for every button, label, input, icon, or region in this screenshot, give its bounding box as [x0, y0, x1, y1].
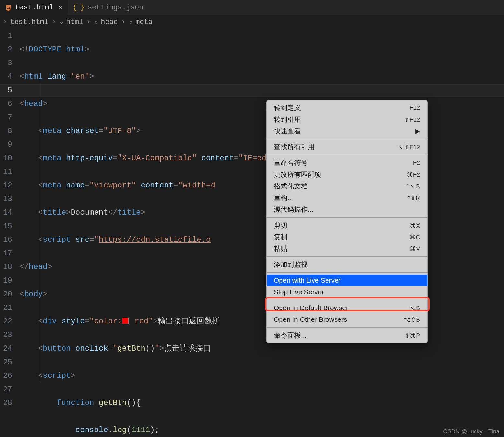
menu-item-copy[interactable]: 复制⌘C — [267, 231, 427, 243]
menu-item-open-other-browsers[interactable]: Open In Other Browsers⌥⇧B — [267, 314, 427, 325]
breadcrumb-item[interactable]: ⬨ html — [59, 18, 83, 26]
watermark: CSDN @Lucky—Tina — [443, 428, 499, 435]
menu-item-goto-definition[interactable]: 转到定义F12 — [267, 102, 427, 114]
menu-item-open-default-browser[interactable]: Open In Default Browser⌥B — [267, 302, 427, 314]
tab-bar: test.html ✕ { } settings.json — [0, 0, 504, 15]
tab-test-html[interactable]: test.html ✕ — [0, 0, 68, 15]
indent-guide — [40, 70, 40, 383]
tab-settings-json[interactable]: { } settings.json — [68, 0, 149, 15]
symbol-icon: ⬨ — [94, 18, 98, 26]
menu-item-add-watch[interactable]: 添加到监视 — [267, 259, 427, 270]
close-icon[interactable]: ✕ — [59, 4, 63, 12]
json-file-icon: { } — [73, 4, 85, 11]
menu-item-change-all[interactable]: 更改所有匹配项⌘F2 — [267, 169, 427, 180]
menu-item-goto-references[interactable]: 转到引用⇧F12 — [267, 114, 427, 125]
menu-item-cut[interactable]: 剪切⌘X — [267, 219, 427, 231]
symbol-icon: ⬨ — [59, 18, 63, 26]
breadcrumb: › test.html › ⬨ html › ⬨ head › ⬨ meta — [0, 15, 504, 29]
context-menu: 转到定义F12 转到引用⇧F12 快速查看▶ 查找所有引用⌥⇧F12 重命名符号… — [266, 100, 428, 343]
chevron-right-icon: › — [86, 18, 91, 26]
menu-item-source-action[interactable]: 源代码操作... — [267, 204, 427, 215]
menu-item-rename-symbol[interactable]: 重命名符号F2 — [267, 157, 427, 169]
tab-label: settings.json — [88, 4, 143, 12]
menu-item-paste[interactable]: 粘贴⌘V — [267, 243, 427, 254]
breadcrumb-item[interactable]: ⬨ meta — [129, 18, 153, 26]
chevron-right-icon: › — [3, 18, 7, 26]
menu-item-format-doc[interactable]: 格式化文档^⌥B — [267, 180, 427, 192]
editor[interactable]: 12345678910 11121314151617181920 2122232… — [0, 29, 504, 437]
line-number-gutter: 12345678910 11121314151617181920 2122232… — [0, 29, 18, 437]
menu-item-peek[interactable]: 快速查看▶ — [267, 125, 427, 137]
color-swatch — [122, 318, 129, 324]
menu-item-find-all-refs[interactable]: 查找所有引用⌥⇧F12 — [267, 141, 427, 153]
menu-item-command-palette[interactable]: 命令面板...⇧⌘P — [267, 330, 427, 341]
symbol-icon: ⬨ — [129, 18, 133, 26]
breadcrumb-item[interactable]: ⬨ head — [94, 18, 118, 26]
menu-item-refactor[interactable]: 重构...^⇧R — [267, 192, 427, 204]
chevron-right-icon: › — [52, 18, 56, 26]
menu-item-open-live-server[interactable]: Open with Live Server — [267, 275, 427, 286]
html-file-icon — [5, 5, 12, 11]
tab-label: test.html — [15, 4, 53, 12]
chevron-right-icon: › — [121, 18, 125, 26]
breadcrumb-item[interactable]: test.html — [10, 18, 49, 26]
menu-item-stop-live-server[interactable]: Stop Live Server — [267, 286, 427, 298]
